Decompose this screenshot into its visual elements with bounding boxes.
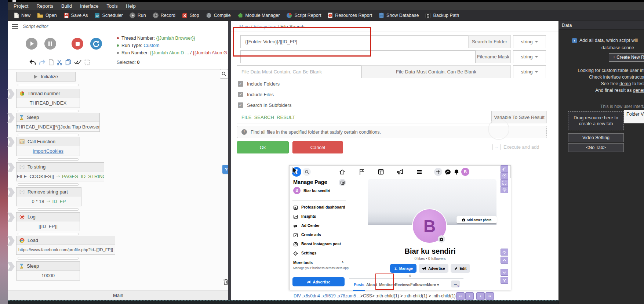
block-connector[interactable] <box>18 183 79 186</box>
copy-icon[interactable] <box>65 59 71 67</box>
script-block-call-function[interactable]: Call FunctionImportCookies <box>16 137 80 156</box>
tab-no-tab[interactable]: <No Tab> <box>568 143 624 152</box>
menu-reports[interactable]: Reports <box>32 3 57 10</box>
toolbar-button-new[interactable]: New <box>10 11 34 19</box>
block-connector[interactable] <box>18 158 79 161</box>
scroll-up-icon[interactable] <box>501 257 508 264</box>
scroll-down-icon[interactable]: ∨ <box>457 284 459 288</box>
block-handle-icon[interactable] <box>7 262 15 271</box>
checkbox-include-files[interactable]: ✓Include Files <box>238 91 274 98</box>
ok-button[interactable]: Ok <box>237 141 289 153</box>
type-dropdown[interactable]: string <box>513 50 546 63</box>
help-link[interactable]: gener <box>633 88 644 93</box>
redo-icon[interactable] <box>39 59 46 66</box>
menu-help[interactable]: Help <box>122 3 140 10</box>
checkbox-search-in-subfolders[interactable]: ✓Search In Subfolders <box>238 101 291 109</box>
create-plus-icon[interactable] <box>434 168 442 176</box>
script-canvas[interactable]: InitializeThread numberTHREAD_INDEXSleep… <box>8 70 228 290</box>
sidebar-item-create-ads[interactable]: Create ads <box>290 231 349 240</box>
profile-tab-posts[interactable]: Posts <box>354 279 364 291</box>
user-avatar[interactable]: B <box>461 168 469 176</box>
help-link[interactable]: demo <box>619 81 631 86</box>
type-dropdown[interactable]: string <box>513 35 546 48</box>
advertise-button[interactable]: Advertise <box>292 277 345 286</box>
block-value[interactable]: [[ID_FP]] <box>17 221 80 231</box>
pages-flag-icon[interactable] <box>357 169 365 175</box>
next-element-icon[interactable]: › <box>476 292 485 300</box>
toolbar-button-stop[interactable]: Stop <box>179 12 203 19</box>
toolbar-button-run[interactable]: Run <box>126 11 149 19</box>
scroll-down-icon[interactable] <box>501 269 508 276</box>
block-header[interactable]: Thread number <box>17 89 80 98</box>
block-value[interactable]: 0 * 18⇒ID_FP <box>17 196 81 206</box>
search-icon[interactable] <box>303 168 311 176</box>
function-link[interactable]: ImportCookies <box>33 148 63 154</box>
camera-icon[interactable] <box>438 235 445 243</box>
trash-icon[interactable] <box>223 279 229 286</box>
scroll-top-icon[interactable] <box>501 249 508 256</box>
help-link[interactable]: interface constructor <box>603 75 644 80</box>
gear-icon[interactable] <box>501 186 508 193</box>
script-block-sleep[interactable]: Sleep[[THREAD_INDEX]]*{{Jeda Tiap Browse… <box>16 113 100 132</box>
checkbox-box[interactable]: ✓ <box>238 102 243 108</box>
checkbox-box[interactable]: ✓ <box>238 81 243 87</box>
block-value[interactable]: https://www.facebook.com/profile.php?id=… <box>17 245 115 254</box>
cancel-button[interactable]: Cancel <box>292 141 343 153</box>
restart-button[interactable] <box>90 38 102 50</box>
toolbar-button-show-database[interactable]: Show Database <box>375 11 422 19</box>
block-handle-icon[interactable] <box>7 213 15 222</box>
type-dropdown[interactable]: string <box>513 65 546 78</box>
block-connector[interactable] <box>18 134 79 136</box>
edit-button[interactable]: Edit <box>451 264 470 273</box>
script-block-remove-string-part[interactable]: "Remove string part0 * 18⇒ID_FP <box>16 187 81 206</box>
toolbar-button-module-manager[interactable]: Module Manager <box>234 11 283 19</box>
advertise-button[interactable]: Advertise <box>419 264 449 273</box>
tab-main[interactable]: Main <box>8 290 228 300</box>
select-child-icon[interactable]: •› <box>485 292 494 300</box>
block-header[interactable]: Sleep <box>17 262 80 271</box>
checkbox-box[interactable]: ✓ <box>238 92 243 97</box>
more-tools-label[interactable]: More tools <box>293 260 313 265</box>
sidebar-item-boost-instagram-post[interactable]: Boost Instagram post <box>290 240 349 249</box>
search-blocks-button[interactable] <box>220 69 228 79</box>
result-variable-input[interactable] <box>237 111 492 123</box>
paste-icon[interactable] <box>48 59 54 67</box>
record-target-icon[interactable] <box>501 172 508 179</box>
block-handle-icon[interactable] <box>7 188 15 197</box>
prev-element-icon[interactable]: ‹ <box>465 292 474 300</box>
block-handle-icon[interactable] <box>7 163 15 172</box>
block-value[interactable]: ImportCookies <box>17 146 80 156</box>
profile-switch-icon[interactable] <box>339 179 346 186</box>
undo-icon[interactable] <box>29 59 36 66</box>
hamburger-menu-icon[interactable] <box>12 24 18 29</box>
block-value[interactable]: 10000 <box>17 271 80 280</box>
script-block-load[interactable]: Loadhttps://www.facebook.com/profile.php… <box>16 236 115 255</box>
sidebar-item-insights[interactable]: Insights <box>290 212 349 221</box>
add-cover-photo-button[interactable]: Add cover photo <box>456 216 497 223</box>
cut-icon[interactable] <box>57 59 62 67</box>
script-block-thread-number[interactable]: Thread numberTHREAD_INDEX <box>16 89 80 108</box>
notifications-bell-icon[interactable] <box>452 168 461 176</box>
profile-tab-more[interactable]: More ▾ <box>427 279 439 291</box>
block-connector[interactable] <box>18 233 79 235</box>
expand-icon[interactable] <box>501 179 508 186</box>
signal-icon[interactable] <box>501 165 508 172</box>
menu-tools[interactable]: Tools <box>103 3 122 10</box>
script-block-initialize[interactable]: Initialize <box>16 72 76 82</box>
block-header[interactable]: Sleep <box>17 113 99 122</box>
block-header[interactable]: Initialize <box>17 72 75 81</box>
form-input-file-data-must-contain-can-be-blank[interactable] <box>237 65 361 78</box>
block-value[interactable]: THREAD_INDEX <box>17 98 80 108</box>
checkbox-include-folders[interactable]: ✓Include Folders <box>238 80 280 87</box>
play-button[interactable] <box>26 38 37 50</box>
manage-button[interactable]: Manage <box>390 264 416 273</box>
block-header[interactable]: Call Function <box>17 137 80 146</box>
sidebar-item-settings[interactable]: Settings <box>290 249 349 258</box>
marketplace-megaphone-icon[interactable] <box>396 169 404 175</box>
menu-build[interactable]: Build <box>57 3 76 10</box>
tab-video-setting[interactable]: Video Setting <box>568 133 624 142</box>
toolbar-button-compile[interactable]: Compile <box>203 11 234 19</box>
profile-tab-followers[interactable]: Followers <box>410 279 428 291</box>
create-new-resource-button[interactable]: + Create New Re <box>609 53 644 62</box>
toolbar-button-open[interactable]: Open <box>34 12 60 19</box>
